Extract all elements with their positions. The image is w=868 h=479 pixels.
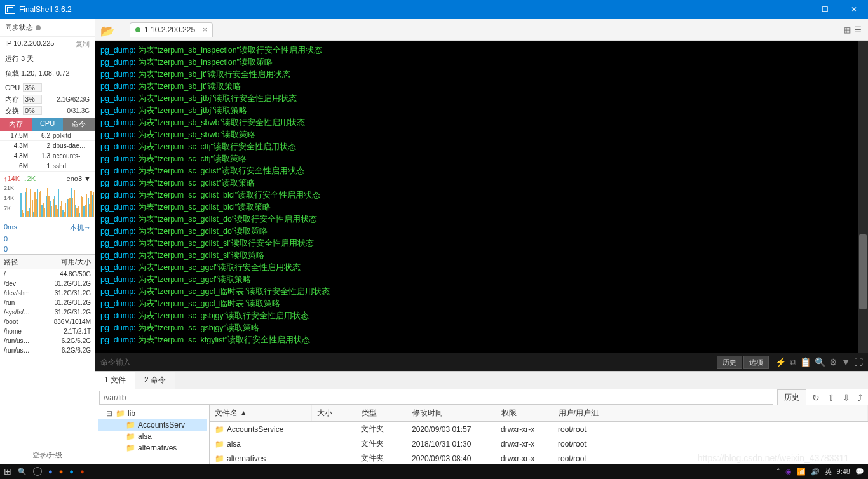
chevron-down-icon[interactable]: ▼ <box>841 357 850 367</box>
process-row[interactable]: 4.3M2dbus-dae… <box>0 141 95 151</box>
terminal-line: pg_dump: 为表"tzerp.m_sc_ggcl"读取行安全性启用状态 <box>100 262 863 274</box>
sidebar: 同步状态 IP 10.2.200.225复制 运行 3 天 负载 1.20, 1… <box>0 19 95 464</box>
layout-icon[interactable]: ☰ <box>855 25 862 34</box>
process-row[interactable]: 4.3M1.3accounts- <box>0 151 95 161</box>
status-dot <box>36 25 41 30</box>
bolt-icon[interactable]: ⚡ <box>775 357 786 367</box>
disk-row[interactable]: /run/us…6.2G/6.2G <box>0 346 95 355</box>
file-row[interactable]: 📁alsa文件夹2018/10/31 01:30drwxr-xr-xroot/r… <box>210 436 868 451</box>
tabbar: 📂 1 10.2.200.225 × ▦ ☰ <box>95 19 868 41</box>
terminal-line: pg_dump: 为表"tzerp.m_sc_ggcl"读取策略 <box>100 274 863 286</box>
wifi-icon[interactable]: 📶 <box>797 468 806 476</box>
disk-row[interactable]: /sys/fs/…31.2G/31.2G <box>0 307 95 317</box>
scrollbar-thumb[interactable] <box>859 234 867 309</box>
gear-icon[interactable]: ⚙ <box>829 357 837 367</box>
app-icon-4[interactable]: ● <box>80 468 85 475</box>
copy-icon[interactable]: ⧉ <box>790 357 796 368</box>
disk-row[interactable]: /dev/shm31.2G/31.2G <box>0 288 95 298</box>
search-taskbar-icon[interactable]: 🔍 <box>18 468 27 476</box>
terminal-line: pg_dump: 为表"tzerp.m_sc_gclist_sl"读取策略 <box>100 250 863 262</box>
load-label: 负载 1.20, 1.08, 0.72 <box>5 69 70 78</box>
disk-row[interactable]: /44.8G/50G <box>0 269 95 279</box>
terminal-line: pg_dump: 为表"tzerp.m_sc_gclist"读取策略 <box>100 177 863 189</box>
process-row[interactable]: 17.5M6.2polkitd <box>0 131 95 141</box>
maximize-button[interactable]: ☐ <box>811 0 839 19</box>
clock[interactable]: 9:48 <box>837 468 850 475</box>
volume-icon[interactable]: 🔊 <box>811 468 820 476</box>
sync-status: 同步状态 <box>0 19 95 37</box>
terminal-line: pg_dump: 为表"tzerp.m_sc_gclist_do"读取行安全性启… <box>100 213 863 226</box>
terminal-line: pg_dump: 为表"tzerp.m_sb_sbwb"读取策略 <box>100 129 863 141</box>
terminal[interactable]: pg_dump: 为表"tzerp.m_sb_inspection"读取行安全性… <box>95 41 868 353</box>
windows-start-icon[interactable]: ⊞ <box>4 466 11 476</box>
terminal-line: pg_dump: 为表"tzerp.m_sb_jt"读取策略 <box>100 81 863 93</box>
session-tab[interactable]: 1 10.2.200.225 × <box>130 22 213 37</box>
net-down: ↓2K <box>24 175 36 182</box>
path-input[interactable]: /var/lib <box>99 391 773 405</box>
commands-tab[interactable]: 2 命令 <box>135 372 175 389</box>
terminal-line: pg_dump: 为表"tzerp.m_sc_gclist_sl"读取行安全性启… <box>100 238 863 250</box>
disk-row[interactable]: /home2.1T/2.1T <box>0 327 95 336</box>
options-button[interactable]: 选项 <box>743 356 769 369</box>
app-icon-1[interactable]: ● <box>48 468 53 475</box>
terminal-line: pg_dump: 为表"tzerp.m_sc_ggcl_临时表"读取策略 <box>100 298 863 310</box>
app-title: FinalShell 3.6.2 <box>19 5 72 14</box>
titlebar: FinalShell 3.6.2 ─ ☐ ✕ <box>0 0 868 19</box>
net-interface[interactable]: eno3 ▼ <box>67 175 91 182</box>
process-row[interactable]: 6M1sshd <box>0 161 95 172</box>
disk-row[interactable]: /dev31.2G/31.2G <box>0 279 95 288</box>
open-folder-icon[interactable]: 📂 <box>100 24 114 36</box>
login-link[interactable]: 登录/升级 <box>0 447 95 464</box>
disk-row[interactable]: /run31.2G/31.2G <box>0 298 95 307</box>
refresh-icon[interactable]: ↻ <box>810 393 822 403</box>
network-panel: ↑14K ↓2K eno3 ▼ 21K 14K 7K <box>0 172 95 222</box>
download-icon[interactable]: ⇩ <box>841 393 852 403</box>
path-history-button[interactable]: 历史 <box>777 389 806 405</box>
cortana-icon[interactable] <box>33 467 42 476</box>
app-icon-3[interactable]: ● <box>69 468 74 475</box>
app-icon <box>5 5 15 14</box>
disk-row[interactable]: /boot836M/1014M <box>0 317 95 327</box>
tray-icon[interactable]: ◉ <box>785 468 792 476</box>
network-sparkline: 21K 14K 7K <box>4 185 91 217</box>
terminal-line: pg_dump: 为表"tzerp.m_sc_gclist_blcl"读取策略 <box>100 201 863 213</box>
terminal-line: pg_dump: 为表"tzerp.m_sb_inspection"读取策略 <box>100 57 863 69</box>
copy-button[interactable]: 复制 <box>76 39 90 49</box>
status-dot-icon <box>135 27 140 32</box>
tree-item[interactable]: 📁alternatives <box>98 442 207 454</box>
terminal-line: pg_dump: 为表"tzerp.m_sc_cttj"读取策略 <box>100 153 863 165</box>
scrollbar[interactable] <box>858 41 868 353</box>
terminal-line: pg_dump: 为表"tzerp.m_sc_ggcl_临时表"读取行安全性启用… <box>100 286 863 298</box>
history-button[interactable]: 历史 <box>717 356 742 369</box>
paste-icon[interactable]: 📋 <box>800 357 811 367</box>
terminal-line: pg_dump: 为表"tzerp.m_sc_gclist"读取行安全性启用状态 <box>100 165 863 177</box>
command-input[interactable]: 命令输入 <box>100 357 710 368</box>
process-header: 内存 CPU 命令 <box>0 118 95 131</box>
terminal-line: pg_dump: 为表"tzerp.m_sb_jtbj"读取行安全性启用状态 <box>100 93 863 105</box>
upload-icon[interactable]: ⇧ <box>825 393 837 403</box>
terminal-line: pg_dump: 为表"tzerp.m_sb_inspection"读取行安全性… <box>100 44 863 57</box>
terminal-line: pg_dump: 为表"tzerp.m_sc_gsbjgy"读取行安全性启用状态 <box>100 310 863 322</box>
notification-icon[interactable]: 💬 <box>855 468 864 476</box>
expand-icon[interactable]: ⛶ <box>854 357 863 367</box>
close-button[interactable]: ✕ <box>839 0 868 19</box>
terminal-line: pg_dump: 为表"tzerp.m_sc_cttj"读取行安全性启用状态 <box>100 141 863 153</box>
terminal-line: pg_dump: 为表"tzerp.m_sb_jt"读取行安全性启用状态 <box>100 69 863 81</box>
tray-up-icon[interactable]: ˄ <box>776 468 780 476</box>
grid-icon[interactable]: ▦ <box>844 25 851 34</box>
files-tab[interactable]: 1 文件 <box>95 372 135 389</box>
close-tab-icon[interactable]: × <box>203 25 207 34</box>
app-icon-2[interactable]: ● <box>59 468 64 475</box>
terminal-line: pg_dump: 为表"tzerp.m_sb_sbwb"读取行安全性启用状态 <box>100 117 863 129</box>
tree-item[interactable]: 📁alsa <box>98 431 207 442</box>
tree-item[interactable]: 📁AccountsServ <box>98 419 207 431</box>
search-icon[interactable]: 🔍 <box>815 357 825 367</box>
disk-row[interactable]: /run/us…6.2G/6.2G <box>0 336 95 346</box>
net-up: ↑14K <box>4 175 20 182</box>
minimize-button[interactable]: ─ <box>782 0 811 19</box>
ime-label[interactable]: 英 <box>825 467 832 476</box>
file-row[interactable]: 📁AccountsService文件夹2020/09/03 01:57drwxr… <box>210 422 868 437</box>
upload2-icon[interactable]: ⤴ <box>856 393 864 403</box>
command-bar: 命令输入 历史 选项 ⚡ ⧉ 📋 🔍 ⚙ ▼ ⛶ <box>95 353 868 371</box>
uptime-label: 运行 3 天 <box>5 54 34 64</box>
